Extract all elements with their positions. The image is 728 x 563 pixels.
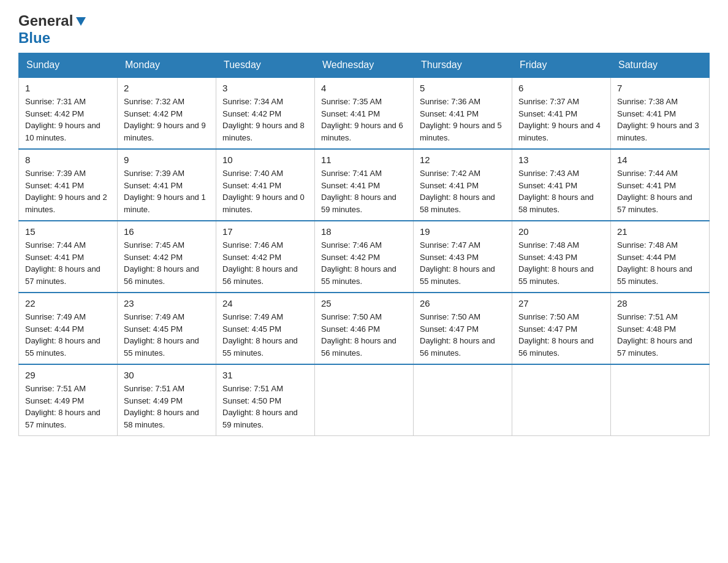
weekday-header-tuesday: Tuesday xyxy=(216,53,315,78)
calendar-cell xyxy=(512,364,611,436)
day-info: Sunrise: 7:36 AMSunset: 4:41 PMDaylight:… xyxy=(420,96,506,144)
calendar-cell: 11 Sunrise: 7:41 AMSunset: 4:41 PMDaylig… xyxy=(315,149,414,221)
calendar-cell: 26 Sunrise: 7:50 AMSunset: 4:47 PMDaylig… xyxy=(414,293,512,364)
day-number: 7 xyxy=(617,83,703,93)
day-info: Sunrise: 7:51 AMSunset: 4:49 PMDaylight:… xyxy=(124,383,210,431)
day-info: Sunrise: 7:50 AMSunset: 4:47 PMDaylight:… xyxy=(518,311,604,359)
calendar-cell: 16 Sunrise: 7:45 AMSunset: 4:42 PMDaylig… xyxy=(118,221,216,293)
day-number: 31 xyxy=(222,370,308,380)
weekday-header-thursday: Thursday xyxy=(414,53,512,78)
weekday-header-row: SundayMondayTuesdayWednesdayThursdayFrid… xyxy=(19,53,710,78)
calendar-cell xyxy=(611,364,710,436)
day-info: Sunrise: 7:34 AMSunset: 4:42 PMDaylight:… xyxy=(222,96,308,144)
day-info: Sunrise: 7:44 AMSunset: 4:41 PMDaylight:… xyxy=(25,239,111,287)
day-number: 29 xyxy=(25,370,111,380)
logo-general-text: General xyxy=(18,12,73,29)
day-number: 2 xyxy=(124,83,210,93)
calendar-cell: 3 Sunrise: 7:34 AMSunset: 4:42 PMDayligh… xyxy=(216,77,315,149)
week-row-3: 15 Sunrise: 7:44 AMSunset: 4:41 PMDaylig… xyxy=(19,221,710,293)
calendar-table: SundayMondayTuesdayWednesdayThursdayFrid… xyxy=(18,53,710,436)
weekday-header-wednesday: Wednesday xyxy=(315,53,414,78)
weekday-header-monday: Monday xyxy=(118,53,216,78)
day-number: 6 xyxy=(518,83,604,93)
day-number: 28 xyxy=(617,298,703,308)
day-info: Sunrise: 7:40 AMSunset: 4:41 PMDaylight:… xyxy=(222,167,308,215)
day-number: 5 xyxy=(420,83,506,93)
logo: General Blue xyxy=(18,12,88,47)
calendar-cell: 5 Sunrise: 7:36 AMSunset: 4:41 PMDayligh… xyxy=(414,77,512,149)
calendar-cell: 12 Sunrise: 7:42 AMSunset: 4:41 PMDaylig… xyxy=(414,149,512,221)
day-number: 30 xyxy=(124,370,210,380)
day-info: Sunrise: 7:32 AMSunset: 4:42 PMDaylight:… xyxy=(124,96,210,144)
day-number: 20 xyxy=(518,226,604,237)
calendar-cell: 23 Sunrise: 7:49 AMSunset: 4:45 PMDaylig… xyxy=(118,293,216,364)
calendar-cell: 31 Sunrise: 7:51 AMSunset: 4:50 PMDaylig… xyxy=(216,364,315,436)
calendar-cell: 10 Sunrise: 7:40 AMSunset: 4:41 PMDaylig… xyxy=(216,149,315,221)
calendar-cell: 20 Sunrise: 7:48 AMSunset: 4:43 PMDaylig… xyxy=(512,221,611,293)
week-row-4: 22 Sunrise: 7:49 AMSunset: 4:44 PMDaylig… xyxy=(19,293,710,364)
day-number: 4 xyxy=(321,83,407,93)
day-number: 12 xyxy=(420,155,506,165)
day-number: 14 xyxy=(617,155,703,165)
calendar-cell: 6 Sunrise: 7:37 AMSunset: 4:41 PMDayligh… xyxy=(512,77,611,149)
day-number: 9 xyxy=(124,155,210,165)
calendar-cell: 25 Sunrise: 7:50 AMSunset: 4:46 PMDaylig… xyxy=(315,293,414,364)
day-info: Sunrise: 7:39 AMSunset: 4:41 PMDaylight:… xyxy=(124,167,210,215)
calendar-cell: 28 Sunrise: 7:51 AMSunset: 4:48 PMDaylig… xyxy=(611,293,710,364)
day-info: Sunrise: 7:49 AMSunset: 4:45 PMDaylight:… xyxy=(222,311,308,359)
calendar-cell: 24 Sunrise: 7:49 AMSunset: 4:45 PMDaylig… xyxy=(216,293,315,364)
calendar-cell: 4 Sunrise: 7:35 AMSunset: 4:41 PMDayligh… xyxy=(315,77,414,149)
calendar-cell: 1 Sunrise: 7:31 AMSunset: 4:42 PMDayligh… xyxy=(19,77,118,149)
weekday-header-friday: Friday xyxy=(512,53,611,78)
day-info: Sunrise: 7:48 AMSunset: 4:44 PMDaylight:… xyxy=(617,239,703,287)
day-info: Sunrise: 7:48 AMSunset: 4:43 PMDaylight:… xyxy=(518,239,604,287)
day-info: Sunrise: 7:49 AMSunset: 4:44 PMDaylight:… xyxy=(25,311,111,359)
day-info: Sunrise: 7:50 AMSunset: 4:47 PMDaylight:… xyxy=(420,311,506,359)
day-number: 19 xyxy=(420,226,506,237)
day-info: Sunrise: 7:42 AMSunset: 4:41 PMDaylight:… xyxy=(420,167,506,215)
day-info: Sunrise: 7:37 AMSunset: 4:41 PMDaylight:… xyxy=(518,96,604,144)
week-row-2: 8 Sunrise: 7:39 AMSunset: 4:41 PMDayligh… xyxy=(19,149,710,221)
day-info: Sunrise: 7:47 AMSunset: 4:43 PMDaylight:… xyxy=(420,239,506,287)
day-number: 24 xyxy=(222,298,308,308)
day-info: Sunrise: 7:46 AMSunset: 4:42 PMDaylight:… xyxy=(222,239,308,287)
calendar-cell: 21 Sunrise: 7:48 AMSunset: 4:44 PMDaylig… xyxy=(611,221,710,293)
day-number: 15 xyxy=(25,226,111,237)
calendar-cell: 17 Sunrise: 7:46 AMSunset: 4:42 PMDaylig… xyxy=(216,221,315,293)
day-info: Sunrise: 7:39 AMSunset: 4:41 PMDaylight:… xyxy=(25,167,111,215)
day-info: Sunrise: 7:35 AMSunset: 4:41 PMDaylight:… xyxy=(321,96,407,144)
day-number: 21 xyxy=(617,226,703,237)
calendar-cell: 8 Sunrise: 7:39 AMSunset: 4:41 PMDayligh… xyxy=(19,149,118,221)
svg-marker-0 xyxy=(76,17,86,26)
logo-triangle-icon xyxy=(74,15,88,28)
calendar-cell: 22 Sunrise: 7:49 AMSunset: 4:44 PMDaylig… xyxy=(19,293,118,364)
calendar-cell: 18 Sunrise: 7:46 AMSunset: 4:42 PMDaylig… xyxy=(315,221,414,293)
logo-blue-text: Blue xyxy=(18,29,50,46)
calendar-cell: 29 Sunrise: 7:51 AMSunset: 4:49 PMDaylig… xyxy=(19,364,118,436)
day-info: Sunrise: 7:45 AMSunset: 4:42 PMDaylight:… xyxy=(124,239,210,287)
weekday-header-sunday: Sunday xyxy=(19,53,118,78)
day-number: 11 xyxy=(321,155,407,165)
day-number: 26 xyxy=(420,298,506,308)
day-number: 22 xyxy=(25,298,111,308)
day-number: 16 xyxy=(124,226,210,237)
day-number: 3 xyxy=(222,83,308,93)
day-info: Sunrise: 7:43 AMSunset: 4:41 PMDaylight:… xyxy=(518,167,604,215)
calendar-cell: 14 Sunrise: 7:44 AMSunset: 4:41 PMDaylig… xyxy=(611,149,710,221)
calendar-cell: 27 Sunrise: 7:50 AMSunset: 4:47 PMDaylig… xyxy=(512,293,611,364)
week-row-5: 29 Sunrise: 7:51 AMSunset: 4:49 PMDaylig… xyxy=(19,364,710,436)
day-number: 1 xyxy=(25,83,111,93)
day-info: Sunrise: 7:49 AMSunset: 4:45 PMDaylight:… xyxy=(124,311,210,359)
calendar-cell: 2 Sunrise: 7:32 AMSunset: 4:42 PMDayligh… xyxy=(118,77,216,149)
day-info: Sunrise: 7:46 AMSunset: 4:42 PMDaylight:… xyxy=(321,239,407,287)
week-row-1: 1 Sunrise: 7:31 AMSunset: 4:42 PMDayligh… xyxy=(19,77,710,149)
calendar-cell: 7 Sunrise: 7:38 AMSunset: 4:41 PMDayligh… xyxy=(611,77,710,149)
day-info: Sunrise: 7:38 AMSunset: 4:41 PMDaylight:… xyxy=(617,96,703,144)
day-info: Sunrise: 7:44 AMSunset: 4:41 PMDaylight:… xyxy=(617,167,703,215)
day-info: Sunrise: 7:50 AMSunset: 4:46 PMDaylight:… xyxy=(321,311,407,359)
day-info: Sunrise: 7:51 AMSunset: 4:48 PMDaylight:… xyxy=(617,311,703,359)
calendar-cell: 13 Sunrise: 7:43 AMSunset: 4:41 PMDaylig… xyxy=(512,149,611,221)
calendar-cell xyxy=(414,364,512,436)
calendar-cell: 15 Sunrise: 7:44 AMSunset: 4:41 PMDaylig… xyxy=(19,221,118,293)
day-number: 10 xyxy=(222,155,308,165)
